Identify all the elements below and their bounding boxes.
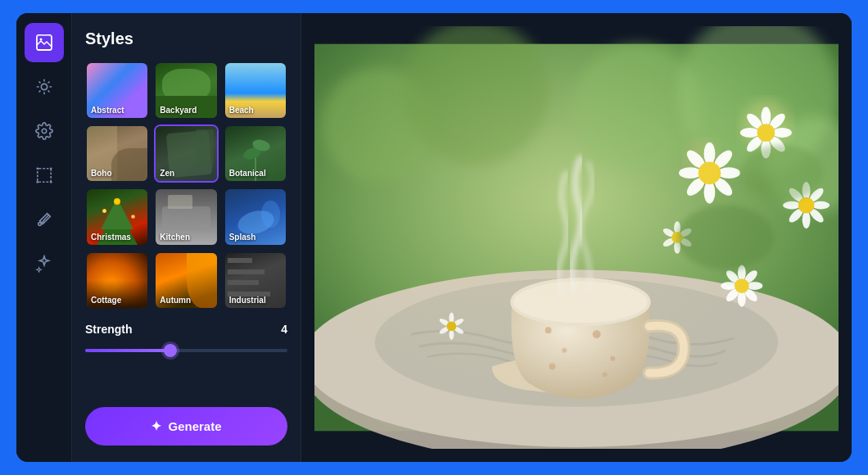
style-cottage[interactable]: Cottage xyxy=(85,251,149,310)
style-cottage-label: Cottage xyxy=(91,296,121,305)
style-boho[interactable]: Boho xyxy=(85,124,149,183)
slider-track xyxy=(85,349,287,352)
app-window: Styles Abstract Backyard Beach xyxy=(16,13,852,462)
sidebar-icon-adjust[interactable] xyxy=(25,67,64,106)
style-splash-label: Splash xyxy=(229,233,256,242)
sidebar-icon-settings[interactable] xyxy=(25,111,64,151)
slider-fill xyxy=(85,349,170,352)
svg-point-7 xyxy=(36,181,38,183)
slider-thumb[interactable] xyxy=(164,344,177,357)
style-boho-label: Boho xyxy=(91,169,112,178)
style-abstract[interactable]: Abstract xyxy=(85,61,149,120)
preview-image xyxy=(314,26,839,449)
svg-rect-83 xyxy=(314,44,839,432)
strength-section: Strength 4 xyxy=(85,323,287,359)
strength-slider[interactable] xyxy=(85,342,287,359)
sidebar-icon-selection[interactable] xyxy=(25,156,64,195)
strength-value: 4 xyxy=(281,323,287,336)
style-abstract-label: Abstract xyxy=(91,106,124,115)
style-christmas[interactable]: Christmas xyxy=(85,188,149,246)
generate-button[interactable]: ✦ Generate xyxy=(85,407,287,446)
style-autumn-label: Autumn xyxy=(160,296,191,305)
generate-label: Generate xyxy=(168,419,221,433)
style-backyard[interactable]: Backyard xyxy=(154,61,218,120)
sidebar xyxy=(16,13,72,462)
style-botanical[interactable]: Botanical xyxy=(224,124,287,183)
style-beach-label: Beach xyxy=(229,106,254,115)
style-kitchen[interactable]: Kitchen xyxy=(154,188,218,246)
style-autumn[interactable]: Autumn xyxy=(154,251,218,310)
svg-point-2 xyxy=(41,84,47,89)
style-industrial-label: Industrial xyxy=(229,296,266,305)
sparkle-icon: ✦ xyxy=(151,418,161,434)
panel-title: Styles xyxy=(85,29,287,48)
sidebar-icon-styles[interactable] xyxy=(25,23,64,62)
svg-point-5 xyxy=(36,167,38,170)
style-backyard-label: Backyard xyxy=(160,106,197,115)
style-beach[interactable]: Beach xyxy=(224,61,287,120)
style-zen[interactable]: Zen xyxy=(154,124,218,183)
svg-rect-4 xyxy=(37,169,51,183)
style-zen-label: Zen xyxy=(160,169,174,178)
sidebar-icon-effects[interactable] xyxy=(25,244,64,283)
style-christmas-label: Christmas xyxy=(91,233,131,242)
style-botanical-label: Botanical xyxy=(229,169,266,178)
strength-label: Strength xyxy=(85,323,133,336)
styles-grid: Abstract Backyard Beach xyxy=(85,61,287,310)
styles-panel: Styles Abstract Backyard Beach xyxy=(72,13,301,462)
style-industrial[interactable]: Industrial xyxy=(224,251,287,310)
sidebar-icon-draw[interactable] xyxy=(25,200,64,239)
style-splash[interactable]: Splash xyxy=(224,188,287,246)
svg-point-6 xyxy=(49,167,52,170)
preview-panel xyxy=(301,13,852,462)
style-kitchen-label: Kitchen xyxy=(160,233,190,242)
svg-point-3 xyxy=(42,129,47,133)
svg-point-8 xyxy=(49,181,52,183)
